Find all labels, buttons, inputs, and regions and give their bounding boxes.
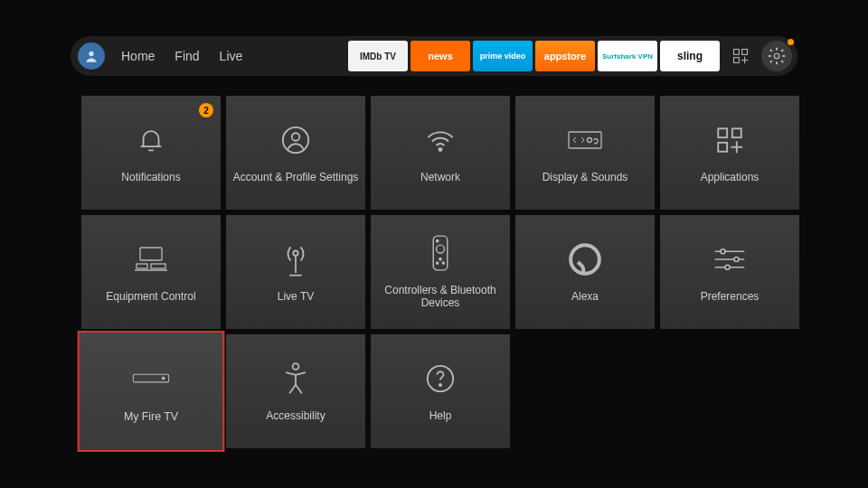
svg-rect-19	[151, 264, 165, 268]
svg-point-25	[439, 258, 441, 259]
svg-rect-17	[140, 248, 162, 260]
svg-point-37	[293, 363, 299, 370]
tile-label: Live TV	[278, 290, 314, 303]
equipment-icon	[133, 241, 169, 277]
remote-icon	[422, 235, 458, 271]
help-icon	[422, 361, 458, 397]
tile-display[interactable]: Display & Sounds	[515, 96, 655, 210]
app-appstore[interactable]: appstore	[535, 41, 595, 71]
nav-live[interactable]: Live	[220, 49, 243, 63]
antenna-icon	[278, 241, 314, 277]
tile-label: Applications	[701, 171, 760, 183]
apps-icon	[712, 122, 748, 158]
svg-point-24	[437, 239, 439, 241]
profile-icon	[82, 47, 100, 65]
sliders-icon	[712, 241, 748, 277]
tile-accessibility[interactable]: Accessibility	[226, 334, 365, 448]
svg-point-27	[442, 262, 444, 264]
svg-point-21	[293, 250, 297, 255]
tile-preferences[interactable]: Preferences	[660, 215, 799, 329]
tile-account[interactable]: Account & Profile Settings	[226, 96, 365, 210]
grid-plus-icon	[731, 47, 750, 65]
tile-label: Alexa	[571, 290, 599, 303]
tile-label: Network	[420, 171, 460, 183]
gear-icon	[767, 46, 787, 66]
bell-icon	[133, 122, 169, 158]
box-icon	[132, 360, 169, 397]
settings-notification-dot	[788, 39, 794, 45]
svg-point-32	[721, 249, 725, 254]
app-news[interactable]: news	[410, 41, 470, 71]
tile-myfiretv[interactable]: My Fire TV	[80, 333, 223, 450]
tile-controllers[interactable]: Controllers & Bluetooth Devices	[371, 215, 510, 329]
svg-point-36	[162, 377, 165, 380]
tile-help[interactable]: Help	[371, 334, 510, 448]
tile-label: Account & Profile Settings	[233, 171, 359, 183]
svg-point-26	[437, 262, 439, 264]
svg-rect-3	[734, 58, 740, 63]
svg-point-9	[439, 148, 442, 151]
tile-livetv[interactable]: Live TV	[226, 215, 365, 329]
tile-label: Accessibility	[266, 409, 325, 422]
svg-point-34	[725, 265, 730, 269]
svg-rect-1	[734, 50, 740, 55]
apps-grid-button[interactable]	[725, 41, 756, 71]
user-icon	[278, 122, 314, 158]
notifications-badge: 2	[199, 103, 213, 117]
svg-rect-13	[732, 128, 741, 137]
app-row: IMDb TV news prime video appstore Surfsh…	[348, 36, 720, 76]
top-nav-bar: Home Find Live IMDb TV news prime video …	[71, 36, 797, 76]
tile-network[interactable]: Network	[371, 96, 510, 210]
display-icon	[567, 122, 603, 158]
tile-label: My Fire TV	[124, 409, 178, 423]
svg-point-33	[734, 257, 739, 261]
wifi-icon	[422, 122, 458, 158]
tile-label: Equipment Control	[106, 290, 195, 303]
tile-equipment[interactable]: Equipment Control	[81, 215, 221, 329]
tile-label: Preferences	[701, 290, 760, 303]
profile-button[interactable]	[78, 42, 105, 70]
svg-point-23	[437, 245, 445, 253]
nav-find[interactable]: Find	[175, 49, 199, 63]
tile-alexa[interactable]: Alexa	[515, 215, 655, 329]
svg-point-0	[89, 52, 93, 56]
svg-rect-12	[718, 128, 727, 137]
app-imdb[interactable]: IMDb TV	[348, 41, 408, 71]
tile-label: Notifications	[121, 171, 180, 183]
svg-point-8	[292, 133, 300, 141]
tile-notifications[interactable]: 2 Notifications	[81, 96, 221, 210]
app-sling[interactable]: sling	[660, 41, 720, 71]
tile-label: Help	[429, 409, 452, 422]
app-surfshark[interactable]: Surfshark VPN	[598, 41, 657, 71]
tile-label: Controllers & Bluetooth Devices	[376, 284, 505, 310]
svg-rect-18	[137, 264, 147, 268]
tile-label: Display & Sounds	[542, 171, 628, 183]
alexa-icon	[567, 241, 603, 277]
app-prime[interactable]: prime video	[473, 41, 533, 71]
svg-rect-14	[718, 143, 727, 152]
tile-applications[interactable]: Applications	[660, 96, 799, 210]
nav-links: Home Find Live	[121, 49, 242, 63]
svg-rect-2	[742, 50, 748, 55]
svg-point-11	[588, 137, 592, 142]
svg-point-39	[439, 384, 441, 386]
settings-grid: 2 Notifications Account & Profile Settin…	[81, 96, 799, 448]
settings-button[interactable]	[761, 41, 792, 71]
accessibility-icon	[278, 361, 314, 397]
nav-home[interactable]: Home	[121, 49, 155, 63]
svg-point-6	[774, 53, 779, 59]
